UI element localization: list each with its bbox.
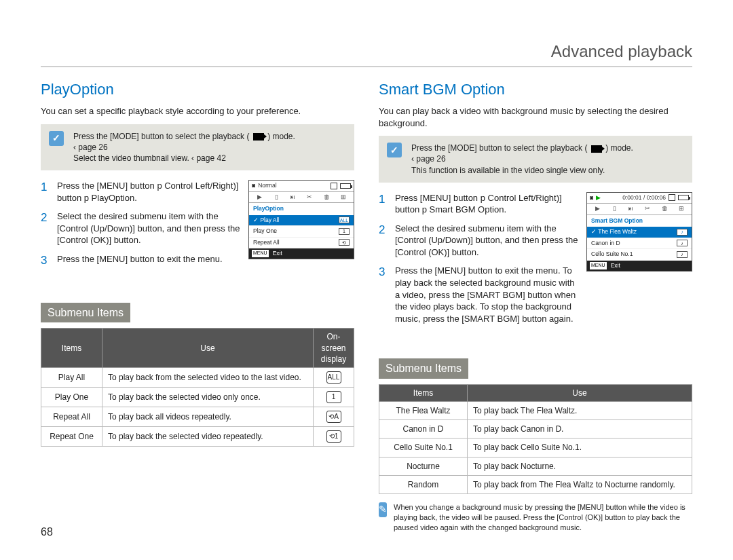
table-row: RandomTo play back from The Flea Waltz t… bbox=[379, 475, 692, 493]
note-text: Press the [MODE] button to select the pl… bbox=[411, 143, 587, 153]
table-row: Repeat All To play back all videos repea… bbox=[41, 407, 354, 427]
step-text: Select the desired submenu item with the… bbox=[395, 223, 578, 259]
smartbgm-intro: You can play back a video with backgroun… bbox=[379, 105, 692, 129]
lcd-battery-icon bbox=[340, 183, 351, 189]
playoption-submenu-table: Items Use On-screen display Play All To … bbox=[41, 328, 354, 447]
table-header: Items bbox=[379, 384, 468, 401]
smartbgm-submenu-table: Items Use The Flea WaltzTo play back The… bbox=[379, 384, 692, 494]
page-number: 68 bbox=[41, 525, 53, 540]
table-row: Canon in DTo play back Canon in D. bbox=[379, 420, 692, 438]
lcd-tool-icon: ▶ bbox=[252, 193, 267, 201]
note-text: Press the [MODE] button to select the pl… bbox=[73, 132, 249, 141]
lcd-menu-item: ✓ The Flea Waltz♪ bbox=[587, 227, 692, 238]
osd-icon: ⟲A bbox=[326, 411, 341, 423]
playoption-lcd: ◙ Normal ▶ ▯ ⏯ ✂ 🗑 ⊞ PlayOption ✓ Pl bbox=[248, 180, 354, 259]
table-row: Play One To play back the selected video… bbox=[41, 388, 354, 407]
playoption-notebox: ✓ Press the [MODE] button to select the … bbox=[41, 124, 354, 171]
submenu-heading: Submenu Items bbox=[379, 358, 468, 379]
lcd-tool-icon: ▶ bbox=[590, 205, 605, 212]
note-text: Select the video thumbnail view. ‹ page … bbox=[73, 153, 346, 164]
menu-key-icon: MENU bbox=[590, 262, 607, 269]
smartbgm-lcd: ◙ ▶ 0:00:01 / 0:00:06 ▶ ▯ ⏯ ✂ 🗑 ⊞ bbox=[586, 192, 692, 272]
lcd-tool-icon: ⏯ bbox=[285, 193, 301, 201]
step-text: Press the [MENU] button to exit the menu… bbox=[395, 265, 578, 324]
step-number: 1 bbox=[379, 192, 388, 216]
osd-icon: 1 bbox=[326, 391, 341, 403]
note-text: ) mode. bbox=[267, 132, 295, 141]
step-text: Press [MENU] button p Control Left/Right… bbox=[395, 192, 578, 216]
smartbgm-notebox: ✓ Press the [MODE] button to select the … bbox=[379, 136, 692, 183]
step-number: 3 bbox=[379, 265, 388, 324]
lcd-card-icon bbox=[669, 194, 675, 201]
table-header: Use bbox=[468, 384, 692, 401]
left-column: PlayOption You can set a specific playba… bbox=[41, 79, 354, 532]
right-column: Smart BGM Option You can play back a vid… bbox=[379, 79, 692, 532]
lcd-tool-icon: 🗑 bbox=[319, 193, 335, 201]
lcd-menu-item: ✓ Play AllALL bbox=[249, 215, 354, 226]
osd-icon: ⟲1 bbox=[326, 430, 341, 443]
lcd-tool-icon: ✂ bbox=[640, 205, 656, 212]
lcd-tool-icon: ▯ bbox=[269, 193, 284, 201]
table-row: NocturneTo play back Nocturne. bbox=[379, 457, 692, 475]
note-text: This function is available in the video … bbox=[411, 165, 684, 176]
submenu-heading: Submenu Items bbox=[41, 303, 130, 323]
note-text: ‹ page 26 bbox=[411, 153, 684, 164]
playback-mode-icon bbox=[591, 145, 602, 153]
lcd-camera-icon: ◙ bbox=[590, 194, 593, 202]
header-title: Advanced playback bbox=[551, 42, 692, 60]
step-number: 2 bbox=[379, 223, 388, 259]
lcd-top-label: Normal bbox=[258, 182, 328, 189]
note-text: ‹ page 26 bbox=[73, 142, 346, 153]
step-text: Press the [MENU] button to exit the menu… bbox=[57, 253, 240, 269]
lcd-battery-icon bbox=[678, 195, 689, 200]
step-number: 1 bbox=[41, 180, 50, 204]
lcd-tool-icon: ⊞ bbox=[335, 193, 351, 201]
lcd-tool-icon: ⏯ bbox=[623, 205, 639, 212]
note-icon: ✎ bbox=[379, 502, 387, 517]
step-number: 3 bbox=[41, 253, 50, 269]
lcd-exit: Exit bbox=[273, 250, 282, 257]
step-text: Press the [MENU] button p Control Left/R… bbox=[57, 180, 240, 204]
table-row: Play All To play back from the selected … bbox=[41, 368, 354, 388]
lcd-camera-icon: ◙ bbox=[252, 182, 255, 189]
lcd-tool-icon: ✂ bbox=[302, 193, 318, 201]
table-row: Repeat One To play back the selected vid… bbox=[41, 427, 354, 447]
lcd-exit: Exit bbox=[611, 262, 620, 269]
smartbgm-heading: Smart BGM Option bbox=[379, 79, 692, 100]
lcd-menu-title: Smart BGM Option bbox=[587, 215, 692, 227]
table-header: On-screen display bbox=[314, 329, 354, 368]
check-icon: ✓ bbox=[387, 143, 402, 157]
menu-key-icon: MENU bbox=[252, 250, 269, 257]
step-text: Select the desired submenu item with the… bbox=[57, 210, 240, 246]
table-row: The Flea WaltzTo play back The Flea Walt… bbox=[379, 401, 692, 419]
table-row: Cello Suite No.1To play back Cello Suite… bbox=[379, 438, 692, 457]
lcd-tool-icon: ⊞ bbox=[673, 205, 689, 212]
lcd-tool-icon: ▯ bbox=[607, 205, 622, 212]
lcd-card-icon bbox=[331, 183, 337, 189]
playback-mode-icon bbox=[253, 133, 264, 141]
lcd-menu-title: PlayOption bbox=[249, 203, 354, 214]
playoption-intro: You can set a specific playback style ac… bbox=[41, 105, 354, 117]
lcd-menu-item: Play One1 bbox=[249, 226, 354, 237]
step-number: 2 bbox=[41, 210, 50, 246]
lcd-menu-item: Repeat All⟲ bbox=[249, 238, 354, 248]
page-header: Advanced playback bbox=[41, 41, 692, 67]
footnote-text: When you change a background music by pr… bbox=[394, 502, 692, 533]
table-header: Use bbox=[102, 329, 314, 368]
lcd-time: 0:00:01 / 0:00:06 bbox=[603, 194, 666, 202]
smartbgm-footnote: ✎ When you change a background music by … bbox=[379, 502, 692, 533]
lcd-menu-item: Cello Suite No.1♪ bbox=[587, 249, 692, 260]
check-icon: ✓ bbox=[49, 131, 64, 146]
osd-icon: ALL bbox=[326, 371, 341, 384]
playoption-heading: PlayOption bbox=[41, 79, 354, 100]
lcd-menu-item: Canon in D♪ bbox=[587, 238, 692, 249]
lcd-tool-icon: 🗑 bbox=[657, 205, 673, 212]
note-text: ) mode. bbox=[605, 143, 633, 153]
table-header: Items bbox=[41, 329, 102, 368]
